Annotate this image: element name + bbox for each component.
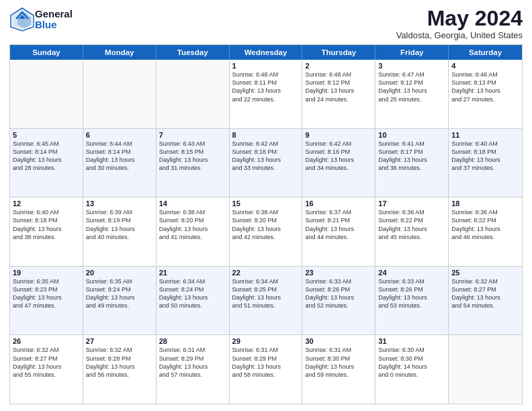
day-number: 18 [451, 199, 519, 208]
day-info: Sunrise: 6:39 AM Sunset: 8:19 PM Dayligh… [86, 208, 153, 241]
day-cell-12: 12Sunrise: 6:40 AM Sunset: 8:18 PM Dayli… [10, 197, 83, 266]
day-info: Sunrise: 6:41 AM Sunset: 8:17 PM Dayligh… [378, 140, 445, 173]
empty-cell [10, 60, 83, 128]
day-info: Sunrise: 6:36 AM Sunset: 8:22 PM Dayligh… [378, 208, 445, 241]
day-number: 28 [159, 337, 226, 345]
day-cell-6: 6Sunrise: 6:44 AM Sunset: 8:14 PM Daylig… [83, 129, 157, 197]
week-row-4: 19Sunrise: 6:35 AM Sunset: 8:23 PM Dayli… [10, 267, 522, 336]
day-number: 8 [232, 131, 300, 139]
day-cell-22: 22Sunrise: 6:34 AM Sunset: 8:25 PM Dayli… [230, 267, 303, 335]
header-day-tuesday: Tuesday [157, 45, 230, 60]
day-cell-2: 2Sunrise: 6:48 AM Sunset: 8:12 PM Daylig… [302, 60, 375, 128]
day-info: Sunrise: 6:43 AM Sunset: 8:15 PM Dayligh… [159, 140, 226, 173]
day-cell-20: 20Sunrise: 6:35 AM Sunset: 8:24 PM Dayli… [83, 267, 157, 335]
header-day-thursday: Thursday [302, 45, 375, 60]
week-row-2: 5Sunrise: 6:45 AM Sunset: 8:14 PM Daylig… [10, 129, 522, 198]
main-title: May 2024 [396, 7, 523, 30]
title-area: May 2024 Valdosta, Georgia, United State… [396, 7, 523, 40]
day-info: Sunrise: 6:33 AM Sunset: 8:26 PM Dayligh… [378, 277, 445, 310]
day-number: 26 [13, 337, 80, 345]
day-number: 29 [232, 337, 300, 345]
day-cell-13: 13Sunrise: 6:39 AM Sunset: 8:19 PM Dayli… [83, 197, 157, 266]
empty-cell [157, 60, 230, 128]
day-number: 7 [159, 131, 226, 139]
calendar-header: SundayMondayTuesdayWednesdayThursdayFrid… [10, 45, 522, 60]
day-number: 20 [86, 269, 153, 277]
day-number: 1 [232, 62, 300, 70]
header-day-monday: Monday [83, 45, 157, 60]
day-info: Sunrise: 6:45 AM Sunset: 8:14 PM Dayligh… [13, 140, 80, 173]
day-cell-11: 11Sunrise: 6:40 AM Sunset: 8:18 PM Dayli… [449, 129, 522, 197]
day-number: 13 [86, 199, 153, 208]
day-info: Sunrise: 6:47 AM Sunset: 8:12 PM Dayligh… [378, 71, 445, 103]
page: General Blue May 2024 Valdosta, Georgia,… [0, 0, 532, 411]
day-number: 25 [451, 269, 519, 277]
day-cell-14: 14Sunrise: 6:38 AM Sunset: 8:20 PM Dayli… [157, 197, 230, 266]
day-cell-28: 28Sunrise: 6:31 AM Sunset: 8:29 PM Dayli… [157, 335, 230, 404]
logo: General Blue [9, 7, 73, 32]
day-cell-31: 31Sunrise: 6:30 AM Sunset: 8:30 PM Dayli… [375, 335, 449, 404]
day-info: Sunrise: 6:32 AM Sunset: 8:28 PM Dayligh… [86, 346, 153, 379]
day-cell-26: 26Sunrise: 6:32 AM Sunset: 8:27 PM Dayli… [10, 335, 83, 404]
header: General Blue May 2024 Valdosta, Georgia,… [9, 7, 523, 40]
day-info: Sunrise: 6:31 AM Sunset: 8:29 PM Dayligh… [159, 346, 226, 379]
day-info: Sunrise: 6:46 AM Sunset: 8:13 PM Dayligh… [451, 71, 519, 103]
logo-blue-text: Blue [35, 19, 73, 31]
day-info: Sunrise: 6:35 AM Sunset: 8:23 PM Dayligh… [13, 277, 80, 310]
day-cell-18: 18Sunrise: 6:36 AM Sunset: 8:22 PM Dayli… [449, 197, 522, 266]
day-info: Sunrise: 6:35 AM Sunset: 8:24 PM Dayligh… [86, 277, 153, 310]
day-cell-19: 19Sunrise: 6:35 AM Sunset: 8:23 PM Dayli… [10, 267, 83, 335]
week-row-5: 26Sunrise: 6:32 AM Sunset: 8:27 PM Dayli… [10, 335, 522, 404]
day-cell-30: 30Sunrise: 6:31 AM Sunset: 8:30 PM Dayli… [302, 335, 375, 404]
day-cell-3: 3Sunrise: 6:47 AM Sunset: 8:12 PM Daylig… [375, 60, 449, 128]
day-info: Sunrise: 6:34 AM Sunset: 8:25 PM Dayligh… [232, 277, 300, 310]
day-info: Sunrise: 6:40 AM Sunset: 8:18 PM Dayligh… [451, 140, 519, 173]
day-info: Sunrise: 6:32 AM Sunset: 8:27 PM Dayligh… [13, 346, 80, 379]
day-info: Sunrise: 6:42 AM Sunset: 8:16 PM Dayligh… [305, 140, 372, 173]
day-number: 11 [451, 131, 519, 139]
day-cell-23: 23Sunrise: 6:33 AM Sunset: 8:26 PM Dayli… [302, 267, 375, 335]
day-info: Sunrise: 6:38 AM Sunset: 8:20 PM Dayligh… [232, 208, 300, 241]
day-cell-7: 7Sunrise: 6:43 AM Sunset: 8:15 PM Daylig… [157, 129, 230, 197]
day-number: 16 [305, 199, 372, 208]
day-cell-25: 25Sunrise: 6:32 AM Sunset: 8:27 PM Dayli… [449, 267, 522, 335]
day-info: Sunrise: 6:32 AM Sunset: 8:27 PM Dayligh… [451, 277, 519, 310]
day-number: 19 [13, 269, 80, 277]
day-cell-1: 1Sunrise: 6:48 AM Sunset: 8:11 PM Daylig… [230, 60, 303, 128]
week-row-3: 12Sunrise: 6:40 AM Sunset: 8:18 PM Dayli… [10, 197, 522, 267]
week-row-1: 1Sunrise: 6:48 AM Sunset: 8:11 PM Daylig… [10, 60, 522, 129]
day-number: 3 [378, 62, 445, 70]
day-info: Sunrise: 6:33 AM Sunset: 8:26 PM Dayligh… [305, 277, 372, 310]
day-number: 17 [378, 199, 445, 208]
day-number: 21 [159, 269, 226, 277]
day-number: 27 [86, 337, 153, 345]
day-info: Sunrise: 6:37 AM Sunset: 8:21 PM Dayligh… [305, 208, 372, 241]
day-info: Sunrise: 6:30 AM Sunset: 8:30 PM Dayligh… [378, 346, 445, 379]
header-day-wednesday: Wednesday [230, 45, 303, 60]
logo-icon [9, 7, 35, 32]
day-number: 22 [232, 269, 300, 277]
day-cell-15: 15Sunrise: 6:38 AM Sunset: 8:20 PM Dayli… [230, 197, 303, 266]
day-info: Sunrise: 6:48 AM Sunset: 8:11 PM Dayligh… [232, 71, 300, 103]
day-info: Sunrise: 6:36 AM Sunset: 8:22 PM Dayligh… [451, 208, 519, 241]
day-number: 12 [13, 199, 80, 208]
day-number: 14 [159, 199, 226, 208]
day-cell-4: 4Sunrise: 6:46 AM Sunset: 8:13 PM Daylig… [449, 60, 522, 128]
day-info: Sunrise: 6:42 AM Sunset: 8:16 PM Dayligh… [232, 140, 300, 173]
day-cell-29: 29Sunrise: 6:31 AM Sunset: 8:29 PM Dayli… [230, 335, 303, 404]
logo-text: General Blue [35, 9, 73, 31]
day-number: 2 [305, 62, 372, 70]
day-cell-16: 16Sunrise: 6:37 AM Sunset: 8:21 PM Dayli… [302, 197, 375, 266]
day-cell-5: 5Sunrise: 6:45 AM Sunset: 8:14 PM Daylig… [10, 129, 83, 197]
day-number: 30 [305, 337, 372, 345]
header-day-sunday: Sunday [10, 45, 83, 60]
calendar-body: 1Sunrise: 6:48 AM Sunset: 8:11 PM Daylig… [10, 60, 522, 404]
header-day-saturday: Saturday [449, 45, 522, 60]
day-info: Sunrise: 6:48 AM Sunset: 8:12 PM Dayligh… [305, 71, 372, 103]
day-number: 15 [232, 199, 300, 208]
day-info: Sunrise: 6:31 AM Sunset: 8:29 PM Dayligh… [232, 346, 300, 379]
day-cell-24: 24Sunrise: 6:33 AM Sunset: 8:26 PM Dayli… [375, 267, 449, 335]
day-info: Sunrise: 6:31 AM Sunset: 8:30 PM Dayligh… [305, 346, 372, 379]
day-number: 4 [451, 62, 519, 70]
day-cell-27: 27Sunrise: 6:32 AM Sunset: 8:28 PM Dayli… [83, 335, 157, 404]
